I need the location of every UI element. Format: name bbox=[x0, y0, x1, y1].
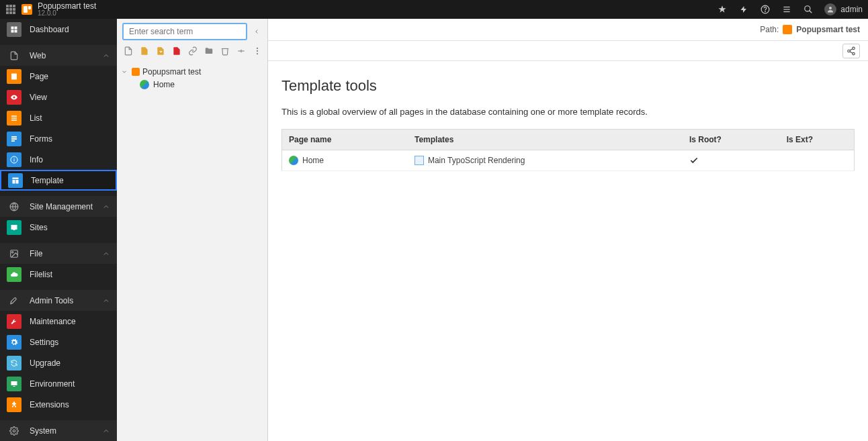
flash-icon[interactable] bbox=[738, 4, 749, 15]
page-icon bbox=[7, 69, 21, 84]
chevron-up-icon bbox=[102, 427, 110, 435]
svg-point-38 bbox=[257, 53, 258, 54]
intro-text: This is a global overview of all pages i… bbox=[281, 107, 855, 117]
user-name: admin bbox=[840, 5, 863, 14]
import-icon[interactable] bbox=[156, 46, 165, 56]
sidebar-item-page[interactable]: Page bbox=[0, 66, 117, 87]
new-content-icon[interactable] bbox=[140, 46, 149, 56]
sidebar-item-filelist[interactable]: Filelist bbox=[0, 264, 117, 285]
svg-rect-21 bbox=[14, 158, 15, 158]
sidebar-item-label: List bbox=[30, 113, 42, 123]
sidebar-group-file[interactable]: File bbox=[0, 243, 117, 264]
svg-point-39 bbox=[853, 47, 855, 50]
svg-line-42 bbox=[850, 48, 853, 50]
typo3-logo-icon bbox=[132, 68, 140, 76]
link-icon[interactable] bbox=[188, 46, 198, 56]
sidebar-item-label: Sites bbox=[30, 223, 48, 232]
col-templates: Templates bbox=[408, 130, 683, 150]
sidebar-item-label: Filelist bbox=[30, 270, 52, 279]
sidebar-item-maintenance[interactable]: Maintenance bbox=[0, 311, 117, 332]
search-icon[interactable] bbox=[803, 4, 814, 15]
svg-rect-16 bbox=[11, 136, 17, 138]
table-row[interactable]: Home Main TypoScript Rendering bbox=[282, 150, 855, 171]
sidebar-group-web[interactable]: Web bbox=[0, 45, 117, 66]
sidebar-item-settings[interactable]: Settings bbox=[0, 332, 117, 352]
sidebar-item-info[interactable]: Info bbox=[0, 149, 117, 170]
list-icon bbox=[7, 111, 21, 126]
sidebar-item-label: View bbox=[30, 93, 47, 102]
chevron-up-icon bbox=[102, 52, 110, 60]
wrench-icon bbox=[7, 314, 21, 329]
new-page-icon[interactable] bbox=[124, 46, 133, 56]
sidebar-item-list[interactable]: List bbox=[0, 107, 117, 128]
sidebar-item-extensions[interactable]: Extensions bbox=[0, 394, 117, 415]
sidebar-item-view[interactable]: View bbox=[0, 87, 117, 107]
apps-icon[interactable] bbox=[5, 4, 16, 15]
sidebar-group-admin-tools[interactable]: Admin Tools bbox=[0, 290, 117, 311]
more-icon[interactable] bbox=[253, 46, 262, 56]
delete-icon[interactable] bbox=[220, 46, 230, 56]
folder-icon[interactable] bbox=[204, 46, 214, 56]
typo3-logo-icon bbox=[783, 25, 792, 34]
svg-rect-23 bbox=[13, 180, 15, 184]
svg-point-30 bbox=[12, 251, 13, 252]
typo3-logo-icon bbox=[21, 4, 32, 15]
svg-rect-31 bbox=[11, 381, 17, 385]
row-template-name: Main TypoScript Rendering bbox=[428, 156, 525, 165]
gear-icon bbox=[7, 426, 21, 436]
site-version: 12.0.0 bbox=[38, 10, 96, 17]
divider-icon[interactable] bbox=[236, 46, 246, 56]
svg-point-5 bbox=[805, 6, 810, 11]
svg-point-1 bbox=[765, 11, 766, 12]
sidebar-item-environment[interactable]: Environment bbox=[0, 373, 117, 394]
check-icon bbox=[689, 156, 773, 165]
tree-search-input[interactable] bbox=[122, 23, 247, 40]
share-button[interactable] bbox=[842, 44, 860, 58]
svg-point-37 bbox=[257, 50, 258, 52]
sidebar-item-dashboard[interactable]: Dashboard bbox=[0, 19, 117, 40]
help-icon[interactable] bbox=[760, 4, 771, 15]
col-page-name: Page name bbox=[282, 130, 408, 150]
page-tree-panel: Popupsmart test Home bbox=[117, 19, 268, 441]
sidebar-group-label: Web bbox=[30, 51, 46, 60]
sidebar-item-sites[interactable]: Sites bbox=[0, 217, 117, 238]
svg-rect-27 bbox=[11, 225, 17, 230]
bookmark-icon[interactable] bbox=[717, 4, 728, 15]
tree-node-home[interactable]: Home bbox=[121, 78, 263, 91]
svg-rect-32 bbox=[13, 386, 15, 387]
sidebar-group-system[interactable]: System bbox=[0, 420, 117, 441]
svg-rect-22 bbox=[13, 177, 19, 179]
template-icon bbox=[8, 173, 23, 188]
doc-actions bbox=[268, 41, 868, 61]
svg-rect-8 bbox=[11, 26, 14, 29]
module-menu: Dashboard Web Page View List Forms bbox=[0, 19, 117, 441]
sidebar-group-label: Admin Tools bbox=[30, 296, 73, 305]
svg-line-6 bbox=[810, 11, 812, 13]
tree-root-label: Popupsmart test bbox=[142, 67, 201, 77]
tree-root[interactable]: Popupsmart test bbox=[121, 66, 263, 78]
templates-table: Page name Templates Is Root? Is Ext? Hom… bbox=[281, 129, 855, 171]
globe-icon bbox=[7, 202, 21, 211]
dashboard-icon bbox=[7, 22, 21, 37]
sidebar-item-forms[interactable]: Forms bbox=[0, 128, 117, 149]
main-content: Path: Popupsmart test Template tools Thi… bbox=[268, 19, 868, 441]
list-icon[interactable] bbox=[781, 4, 792, 15]
collapse-tree-icon[interactable] bbox=[251, 26, 262, 37]
sidebar-item-upgrade[interactable]: Upgrade bbox=[0, 352, 117, 373]
user-avatar-icon bbox=[824, 3, 836, 15]
sidebar-item-label: Maintenance bbox=[30, 317, 76, 326]
sidebar-group-label: System bbox=[30, 426, 56, 436]
chevron-down-icon[interactable] bbox=[121, 68, 129, 75]
svg-rect-24 bbox=[16, 180, 19, 184]
user-menu[interactable]: admin bbox=[824, 3, 863, 15]
svg-point-41 bbox=[853, 52, 855, 55]
sidebar-item-template[interactable]: Template bbox=[0, 170, 117, 191]
forms-icon bbox=[7, 132, 21, 146]
svg-rect-12 bbox=[11, 73, 17, 79]
row-page-name: Home bbox=[302, 156, 324, 165]
svg-point-7 bbox=[829, 7, 832, 9]
sidebar-group-site-management[interactable]: Site Management bbox=[0, 196, 117, 217]
shortcut-page-icon[interactable] bbox=[172, 46, 181, 56]
monitor-icon bbox=[7, 377, 21, 391]
plugin-icon bbox=[7, 397, 21, 412]
